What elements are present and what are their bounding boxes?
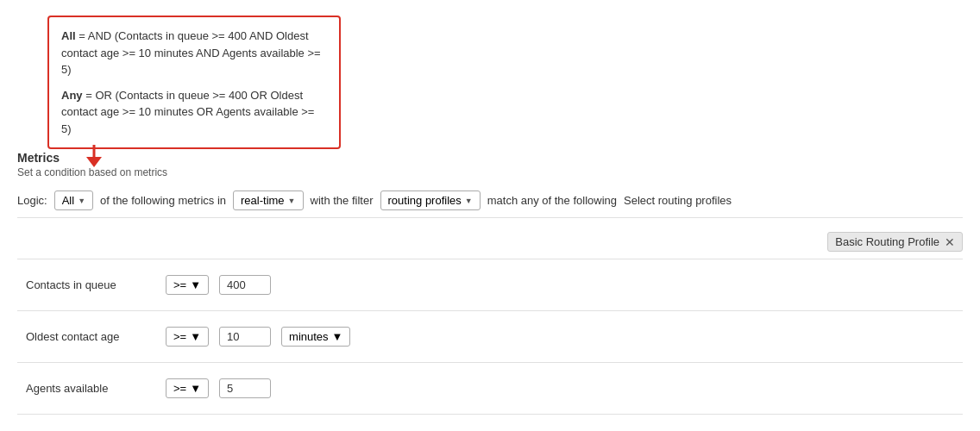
realtime-chevron-icon: ▼: [288, 197, 296, 205]
condition-value-oldest: 10: [219, 327, 271, 347]
match-any-text: match any of the following: [487, 194, 617, 207]
metrics-subtitle: Set a condition based on metrics: [17, 166, 963, 178]
routing-profiles-dropdown[interactable]: routing profiles ▼: [380, 191, 481, 210]
condition-row-oldest: Oldest contact age >= ▼ 10 minutes ▼: [17, 311, 963, 363]
routing-profiles-chevron-icon: ▼: [465, 197, 473, 205]
logic-all-chevron-icon: ▼: [78, 197, 85, 205]
logic-label: Logic:: [17, 194, 47, 207]
condition-label-oldest: Oldest contact age: [26, 330, 155, 343]
svg-marker-1: [86, 157, 102, 167]
metrics-title: Metrics: [17, 151, 963, 165]
op-chevron-contacts-icon: ▼: [190, 278, 201, 291]
condition-op-agents[interactable]: >= ▼: [166, 378, 209, 398]
routing-profile-tag: Basic Routing Profile ✕: [827, 232, 963, 252]
with-filter-text: with the filter: [311, 194, 374, 207]
tooltip-popup: All = AND (Contacts in queue >= 400 AND …: [47, 16, 341, 149]
tooltip-all-desc: = AND (Contacts in queue >= 400 AND Olde…: [61, 29, 321, 76]
op-chevron-oldest-icon: ▼: [190, 330, 201, 343]
condition-label-contacts: Contacts in queue: [26, 278, 155, 291]
condition-value-contacts: 400: [219, 275, 271, 295]
condition-op-oldest[interactable]: >= ▼: [166, 327, 209, 347]
condition-value-agents: 5: [219, 378, 271, 398]
logic-row: Logic: All ▼ of the following metrics in…: [17, 191, 963, 218]
tag-row: Basic Routing Profile ✕: [17, 228, 963, 259]
tooltip-any-desc: = OR (Contacts in queue >= 400 OR Oldest…: [61, 89, 314, 135]
condition-row-agents: Agents available >= ▼ 5: [17, 363, 963, 415]
op-chevron-agents-icon: ▼: [190, 382, 201, 395]
unit-chevron-oldest-icon: ▼: [332, 330, 343, 343]
condition-op-contacts[interactable]: >= ▼: [166, 275, 209, 295]
tag-close-button[interactable]: ✕: [945, 236, 955, 248]
tooltip-all-title: All: [61, 29, 76, 42]
logic-all-dropdown[interactable]: All ▼: [54, 191, 93, 210]
condition-row-contacts: Contacts in queue >= ▼ 400: [17, 259, 963, 311]
condition-unit-oldest[interactable]: minutes ▼: [281, 327, 350, 347]
select-routing-profiles-label[interactable]: Select routing profiles: [624, 194, 732, 207]
tooltip-any-title: Any: [61, 89, 83, 102]
realtime-dropdown[interactable]: real-time ▼: [233, 191, 304, 210]
of-following-text: of the following metrics in: [100, 194, 226, 207]
condition-label-agents: Agents available: [26, 382, 155, 395]
tag-label: Basic Routing Profile: [835, 235, 939, 248]
metrics-section: Metrics Set a condition based on metrics…: [17, 151, 963, 415]
